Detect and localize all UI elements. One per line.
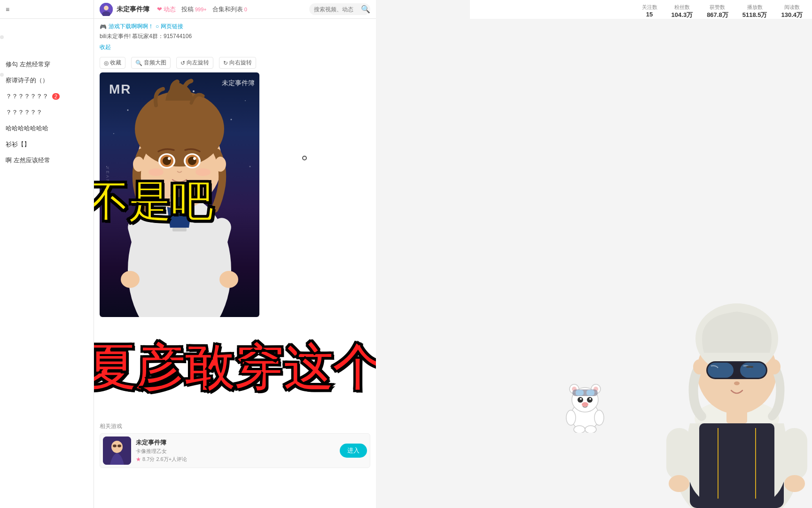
svg-point-68 (768, 359, 781, 374)
content-desc: bili未定事件! 慕玩家4群：915744106 (100, 32, 370, 40)
svg-point-72 (784, 475, 805, 492)
game-title: 未定事件簿 (136, 438, 335, 447)
svg-rect-70 (781, 428, 807, 480)
search-input[interactable] (314, 6, 361, 13)
right-panel (470, 19, 812, 508)
game-title-overlay: 未定事件簿 (222, 79, 255, 87)
svg-point-31 (121, 271, 140, 288)
svg-point-52 (594, 410, 604, 425)
rotate-right-icon: ↻ (223, 60, 228, 66)
game-thumbnail (103, 437, 131, 465)
svg-rect-58 (699, 423, 774, 508)
game-info: 未定事件簿 卡像推理乙女 ★ 8.7分 2.6万+人评论 (136, 438, 335, 463)
watermark-mr: MR (109, 82, 132, 97)
enter-game-button[interactable]: 进入 (340, 444, 367, 458)
nav-item-tougao[interactable]: 投稿 999+ (181, 5, 207, 14)
svg-point-34 (111, 441, 123, 453)
stat-followers: 关注数 15 (642, 4, 657, 19)
svg-point-51 (566, 410, 576, 425)
svg-rect-13 (172, 228, 187, 231)
bear-mascot (564, 381, 606, 433)
game-rating: ★ 8.7分 2.6万+人评论 (136, 456, 335, 463)
channel-name: 未定事件簿 (117, 5, 149, 14)
stat-fans: 粉丝数 104.3万 (671, 4, 693, 19)
svg-point-43 (578, 397, 583, 403)
share-link[interactable]: ○ 网页链接 (156, 23, 183, 31)
overlay-text-1: 不是吧 (94, 181, 212, 223)
related-label: 相关游戏 (100, 422, 370, 430)
rotate-left-button[interactable]: ↺ 向左旋转 (176, 57, 213, 69)
main-content: 未定事件簿 ❤ 动态 投稿 999+ 合集和列表 0 🔍 🎮 游戏下载啊啊啊！ … (94, 0, 376, 508)
svg-rect-50 (586, 390, 594, 396)
svg-point-1 (104, 6, 109, 10)
toolbar: ◎ 收藏 🔍 音频大图 ↺ 向左旋转 ↻ 向右旋转 (94, 55, 376, 71)
search-icon[interactable]: 🔍 (361, 5, 370, 14)
svg-rect-65 (746, 366, 753, 368)
search-bar[interactable]: 🔍 (309, 3, 370, 15)
game-subtitle: 卡像推理乙女 (136, 448, 335, 455)
svg-point-45 (580, 398, 582, 400)
sidebar-header: ≡ (0, 0, 94, 19)
sidebar-item-6[interactable]: 衫衫【】 (0, 136, 94, 152)
svg-point-47 (582, 402, 588, 407)
svg-point-54 (585, 426, 596, 433)
svg-point-44 (587, 397, 593, 403)
topbar: 未定事件簿 ❤ 动态 投稿 999+ 合集和列表 0 🔍 (94, 0, 376, 19)
svg-rect-63 (708, 363, 734, 378)
sidebar-logo: ≡ (6, 6, 9, 13)
svg-point-9 (250, 166, 251, 167)
left-indicator-1 (0, 35, 4, 39)
game-card: 未定事件簿 卡像推理乙女 ★ 8.7分 2.6万+人评论 进入 (100, 433, 370, 468)
svg-point-28 (195, 168, 211, 176)
svg-rect-69 (666, 428, 692, 480)
audio-image-button[interactable]: 🔍 音频大图 (131, 57, 171, 69)
svg-point-7 (245, 100, 246, 101)
content-link[interactable]: 🎮 游戏下载啊啊啊！ ○ 网页链接 (100, 23, 370, 31)
svg-point-8 (113, 133, 114, 134)
channel-avatar[interactable] (100, 3, 113, 16)
stat-reads: 阅读数 130.4万 (781, 4, 803, 19)
right-character (662, 292, 812, 508)
topbar-nav: ❤ 动态 投稿 999+ 合集和列表 0 (157, 5, 247, 14)
nav-item-dongtai[interactable]: ❤ 动态 (157, 5, 176, 14)
svg-point-27 (148, 168, 164, 176)
bookmark-button[interactable]: ◎ 收藏 (100, 57, 125, 69)
stat-likes: 获赞数 867.8万 (707, 4, 728, 19)
nav-item-heji[interactable]: 合集和列表 0 (212, 5, 247, 14)
content-body: 🎮 游戏下载啊啊啊！ ○ 网页链接 bili未定事件! 慕玩家4群：915744… (94, 19, 376, 55)
svg-rect-49 (576, 390, 584, 396)
sidebar: ≡ 修勾 左然经常穿 察谭诗子的（） ？？？？？？？ 2 ？？？？？？ 哈哈哈哈… (0, 0, 94, 508)
badge-2: 2 (52, 93, 60, 100)
svg-point-36 (117, 444, 121, 447)
sidebar-item-2[interactable]: 察谭诗子的（） (0, 72, 94, 88)
svg-point-17 (133, 157, 144, 172)
video-area[interactable]: MR 未定事件簿 YEARS OF T 不是吧 夏彦敢穿这个 (100, 72, 259, 317)
svg-point-6 (231, 119, 232, 120)
rotate-left-icon: ↺ (180, 60, 185, 66)
svg-point-67 (693, 359, 705, 374)
bookmark-icon: ◎ (104, 60, 109, 66)
sidebar-item-1[interactable]: 修勾 左然经常穿 (0, 56, 94, 72)
svg-rect-64 (740, 363, 766, 378)
svg-point-46 (589, 398, 591, 400)
rating-stars: ★ (136, 456, 141, 462)
sidebar-item-4[interactable]: ？？？？？？ (0, 104, 94, 120)
rotate-right-button[interactable]: ↻ 向右旋转 (219, 57, 256, 69)
svg-point-5 (193, 90, 195, 92)
svg-point-32 (219, 271, 238, 288)
related-games: 相关游戏 未定事件簿 卡像推理乙女 ★ 8.7分 2.6万+人评论 (94, 421, 376, 470)
stat-plays: 播放数 5118.5万 (742, 4, 767, 19)
overlay-text-2: 夏彦敢穿这个 (94, 343, 376, 392)
svg-point-53 (574, 426, 585, 433)
svg-point-25 (168, 157, 171, 160)
bookmark-btn[interactable]: 收起 (100, 44, 111, 50)
sidebar-item-5[interactable]: 哈哈哈哈哈哈哈 (0, 120, 94, 136)
svg-point-66 (734, 381, 740, 385)
svg-point-18 (215, 157, 226, 172)
sidebar-item-3[interactable]: ？？？？？？？ 2 (0, 88, 94, 104)
sidebar-item-7[interactable]: 啊 左然应该经常 (0, 152, 94, 168)
svg-point-71 (669, 475, 689, 492)
svg-point-26 (193, 157, 196, 160)
svg-point-3 (127, 110, 129, 111)
search-image-icon: 🔍 (135, 60, 142, 66)
